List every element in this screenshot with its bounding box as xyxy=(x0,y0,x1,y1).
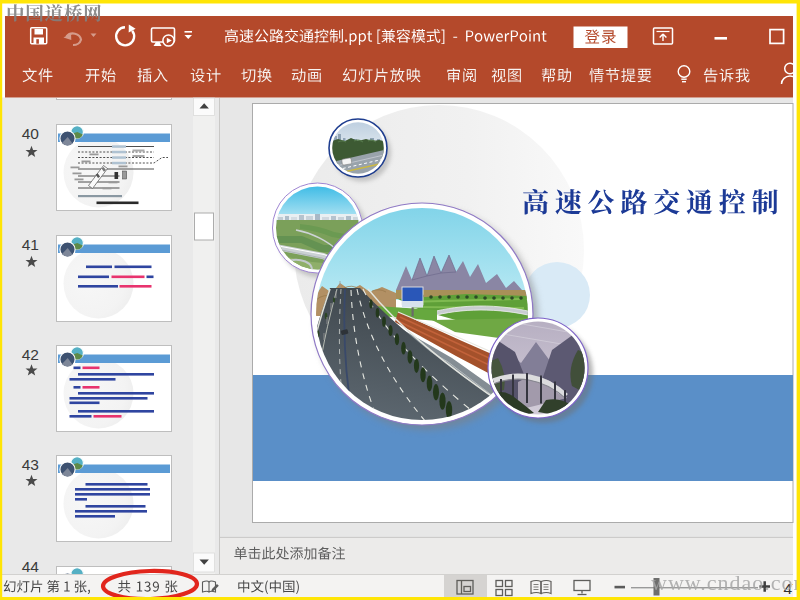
svg-text:43: 43 xyxy=(22,456,39,473)
svg-text:40: 40 xyxy=(22,125,40,142)
svg-text:41: 41 xyxy=(22,236,39,253)
svg-text:44: 44 xyxy=(22,558,40,575)
svg-text:www.cndao.com: www.cndao.com xyxy=(651,570,800,595)
svg-text:42: 42 xyxy=(22,346,39,363)
